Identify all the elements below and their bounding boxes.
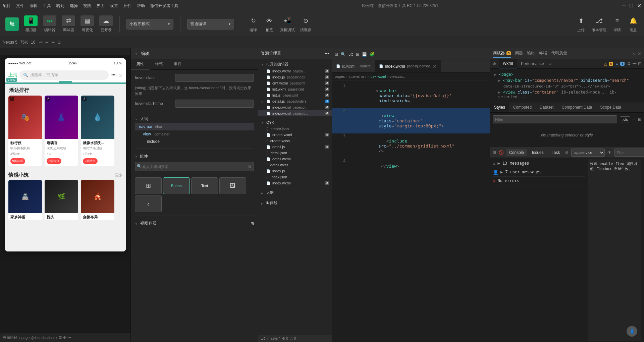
qyk-file-7[interactable]: ~ detail.wxss <box>258 162 332 168</box>
qyk-file-9[interactable]: {} index.json <box>258 174 332 180</box>
outline-bottom-expand[interactable] <box>261 191 265 195</box>
style-tab-dataset[interactable]: Dataset <box>536 103 557 112</box>
style-tab-scope-data[interactable]: Scope Data <box>596 103 625 112</box>
card-3[interactable]: 3 💧 就像水消失... 现代/情感|进阶 3男3女 2场待拼 <box>81 96 114 166</box>
xml-navbar-line[interactable]: ▶ <nav-bar is="components/navbar" bind:s… <box>493 77 641 83</box>
style-filter-input[interactable] <box>493 115 617 123</box>
debug-sub-tab-perf[interactable]: Performance <box>517 59 548 68</box>
card-5[interactable]: 🌿 槐扒 <box>45 180 78 220</box>
comp-search-clear[interactable]: ✕ <box>248 164 252 169</box>
qyk-file-10[interactable]: 📄 index.wxml M <box>258 180 332 186</box>
code-branch-icon[interactable]: ⎇ <box>348 52 353 57</box>
nav-qr-icon[interactable]: ⊙ <box>118 72 122 78</box>
menu-project[interactable]: 项目 <box>3 3 11 9</box>
compile-action[interactable]: ↻ 编译 <box>248 15 259 33</box>
version-action[interactable]: ⎇ 版本管理 <box>592 15 606 33</box>
console-tab-issues[interactable]: Issues <box>529 149 546 156</box>
debug-more-icon[interactable]: ••• <box>632 61 637 66</box>
clear-cache-action[interactable]: ⊙ 清缓存 <box>300 15 311 33</box>
open-file-6[interactable]: ✕ 📄 detail.js pages\orders U <box>258 98 332 104</box>
menu-help[interactable]: 帮助 <box>137 3 145 9</box>
close-file6-icon[interactable]: ✕ <box>260 100 263 104</box>
menu-bar[interactable]: 项目 文件 编辑 工具 转到 选择 视图 界面 设置 插件 帮助 微信开发者工具 <box>3 3 178 9</box>
qyk-header[interactable]: QYK <box>258 119 332 126</box>
qyk-file-5[interactable]: {} detail.json <box>258 150 332 156</box>
more-sub-tabs-icon[interactable]: » <box>549 61 552 66</box>
xml-page-tag[interactable]: ▶ <page> <box>493 71 641 77</box>
clear-console-icon[interactable]: 🚫 <box>499 150 504 155</box>
qyk-file-2[interactable]: 📄 create.wxml M <box>258 132 332 138</box>
simulator-icon[interactable]: 📱 <box>24 15 38 26</box>
preview-action[interactable]: 👁 预览 <box>264 15 275 33</box>
qyk-file-4[interactable]: 📄 detail.js M <box>258 144 332 150</box>
appservice-select[interactable]: appservice <box>571 149 605 157</box>
scope-icon[interactable]: ⊕ <box>565 150 569 155</box>
open-file-5[interactable]: 📄 list.js pages\cmt M <box>258 92 332 98</box>
card-2[interactable]: 2 👗 返魂香 现代/还原|硬核 7人 6场待拼 <box>45 96 78 166</box>
visual-icon[interactable]: ▦ <box>80 15 94 26</box>
version-icon[interactable]: ⎇ <box>594 15 604 26</box>
debugger-tool[interactable]: ⇄ 调试器 <box>62 15 75 33</box>
upload-action[interactable]: ⬆ 上传 <box>576 15 586 33</box>
window-minimize[interactable]: ─ <box>622 3 626 9</box>
open-file-7[interactable]: 📄 index.wxml pages\o... M <box>258 104 332 110</box>
open-editors-expand[interactable] <box>261 62 265 66</box>
qyk-file-3[interactable]: ~ create.wxss <box>258 138 332 144</box>
outline-view[interactable]: view .container <box>135 130 254 138</box>
menu-tools[interactable]: 工具 <box>43 3 51 9</box>
outline-expand-arrow[interactable] <box>135 117 139 121</box>
cursor-icon[interactable]: ⊕ <box>493 61 496 66</box>
debug-tab-output[interactable]: 输出 <box>527 49 535 58</box>
clear-icon[interactable]: ⊙ <box>301 15 311 26</box>
nav-search-bar[interactable]: 🔍 搜剧本，找店家 <box>20 70 109 80</box>
debug-sub-tab-wxml[interactable]: Wxml <box>499 59 517 68</box>
editor-tool[interactable]: </> 编辑器 <box>43 15 56 33</box>
open-editors-header[interactable]: 打开的编辑器 <box>258 60 332 68</box>
view-handle[interactable] <box>59 81 72 82</box>
qyk-file-8[interactable]: 📄 index.js <box>258 168 332 174</box>
add-style-icon[interactable]: + <box>633 117 635 122</box>
visual-tool[interactable]: ▦ 可视化 <box>80 15 94 33</box>
tab-styles[interactable]: 样式 <box>150 59 168 69</box>
redo-icon[interactable]: ↪ <box>51 40 55 45</box>
menu-file[interactable]: 文件 <box>16 3 24 9</box>
style-tab-component-data[interactable]: Component Data <box>557 103 596 112</box>
menu-interface[interactable]: 界面 <box>97 3 105 9</box>
hover-class-input[interactable] <box>175 74 254 82</box>
qyk-file-6[interactable]: 📄 detail.wxml <box>258 156 332 162</box>
outline-bottom-header[interactable]: 大纲 <box>258 189 332 196</box>
comp-text[interactable]: Text <box>191 177 218 194</box>
more-link[interactable]: 更多 <box>115 173 122 178</box>
real-debug-icon[interactable]: 📲 <box>282 15 293 26</box>
window-close[interactable]: ✕ <box>637 3 641 9</box>
outline-navbar[interactable]: nav-bar #bar <box>135 123 254 130</box>
tab-events[interactable]: 事件 <box>168 59 187 69</box>
menu-plugins[interactable]: 插件 <box>123 3 131 9</box>
console-tab-task[interactable]: Task <box>549 149 563 156</box>
comp-button[interactable]: Button <box>163 177 190 194</box>
page-expand-arrow[interactable]: ▶ <box>494 72 496 77</box>
cloud-icon[interactable]: ☁ <box>99 15 113 26</box>
simulator-tool[interactable]: 📱 模拟器 <box>24 15 38 33</box>
debug-tab-issues[interactable]: 问题 <box>515 49 523 58</box>
nav-more-dots[interactable]: ••• <box>111 73 116 77</box>
details-icon[interactable]: ≡ <box>612 15 623 26</box>
view-container-header[interactable]: 视图容器 ⊞ <box>135 219 254 228</box>
copy-icon[interactable]: ⊡ <box>335 52 338 57</box>
menu-goto[interactable]: 转到 <box>56 3 64 9</box>
close-tab2-icon[interactable]: ✕ <box>433 64 437 69</box>
view-expand-arrow[interactable]: ▶ <box>498 90 500 95</box>
open-file-4[interactable]: 📄 list.wxml pages\cmt M <box>258 86 332 92</box>
timeline-expand[interactable] <box>261 201 265 205</box>
upload-icon[interactable]: ⬆ <box>576 15 586 26</box>
code-search-icon[interactable]: 🔍 <box>341 52 346 57</box>
path-icon2[interactable]: ⊙ <box>63 335 66 340</box>
debug-close-icon[interactable]: ✕ <box>637 51 641 56</box>
tab-attributes[interactable]: 属性 <box>131 59 150 69</box>
editor-expand-arrow[interactable] <box>135 51 139 56</box>
timeline-header[interactable]: 时间线 <box>258 199 332 207</box>
window-maximize[interactable]: □ <box>630 3 633 9</box>
comp-search-input[interactable] <box>135 162 254 171</box>
xml-view-line[interactable]: ▶ <view class="container" ib-selected-no… <box>493 89 641 100</box>
menu-select[interactable]: 选择 <box>70 3 78 9</box>
